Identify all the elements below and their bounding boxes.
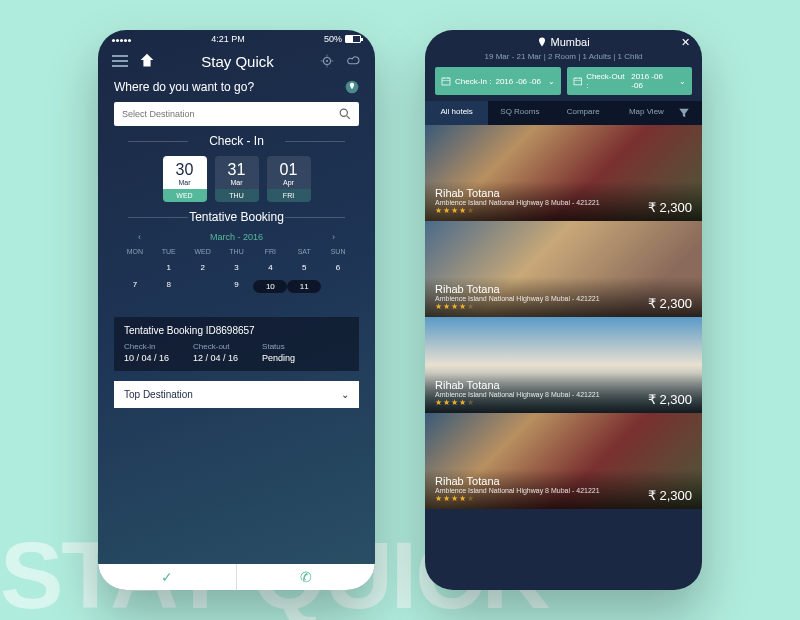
locate-icon[interactable]	[319, 53, 335, 69]
calendar-day[interactable]: 5	[287, 263, 321, 272]
date-card[interactable]: 30MarWED	[163, 156, 207, 202]
calendar-day[interactable]: 1	[152, 263, 186, 272]
hotel-rating: ★★★★★	[435, 494, 600, 503]
date-card[interactable]: 01AprFRI	[267, 156, 311, 202]
calendar-dow: THU	[220, 248, 254, 255]
pin-icon[interactable]	[345, 80, 359, 94]
hotel-name: Rihab Totana	[435, 283, 600, 295]
hotel-price: ₹ 2,300	[648, 488, 692, 503]
svg-rect-4	[442, 78, 450, 85]
footer: ✓ ✆	[98, 564, 375, 590]
results-tabs: All hotels SQ Rooms Compare Map View	[425, 101, 702, 125]
hotel-list: Rihab TotanaAmbience Island National Hig…	[425, 125, 702, 509]
calendar-dow: FRI	[253, 248, 287, 255]
calendar-day[interactable]: 11	[287, 280, 321, 293]
hotel-card[interactable]: Rihab TotanaAmbience Island National Hig…	[425, 317, 702, 413]
hotel-card[interactable]: Rihab TotanaAmbience Island National Hig…	[425, 413, 702, 509]
calendar-day[interactable]: 7	[118, 280, 152, 293]
checkout-dropdown[interactable]: Check-Out :2016 -06 -06 ⌄	[567, 67, 693, 95]
checkin-header: Check - In	[98, 134, 375, 148]
phone-results: Mumbai ✕ 19 Mar - 21 Mar | 2 Room | 1 Ad…	[425, 30, 702, 590]
search-input[interactable]	[114, 102, 359, 126]
calendar-day[interactable]: 4	[253, 263, 287, 272]
booking-title: Tentative Booking ID8698657	[124, 325, 349, 336]
status-bar: 4:21 PM 50%	[98, 30, 375, 46]
top-bar: Stay Quick	[98, 46, 375, 80]
hotel-price: ₹ 2,300	[648, 200, 692, 215]
filter-icon[interactable]	[678, 101, 702, 125]
hotel-address: Ambience Island National Highway 8 Mubai…	[435, 391, 600, 398]
tab-compare[interactable]: Compare	[552, 101, 615, 125]
prev-month-icon[interactable]: ‹	[138, 232, 141, 242]
calendar-day[interactable]: 2	[186, 263, 220, 272]
results-header: Mumbai ✕	[425, 30, 702, 52]
battery-indicator: 50%	[324, 34, 361, 44]
calendar-dow: SUN	[321, 248, 355, 255]
hotel-address: Ambience Island National Highway 8 Mubai…	[435, 487, 600, 494]
prompt: Where do you want to go?	[98, 80, 375, 94]
calendar-month: ‹ March - 2016 ›	[118, 232, 355, 242]
hotel-address: Ambience Island National Highway 8 Mubai…	[435, 295, 600, 302]
calendar-day	[186, 280, 220, 293]
tab-sq-rooms[interactable]: SQ Rooms	[488, 101, 551, 125]
chevron-down-icon: ⌄	[341, 389, 349, 400]
hotel-card[interactable]: Rihab TotanaAmbience Island National Hig…	[425, 221, 702, 317]
calendar-day	[118, 263, 152, 272]
hotel-name: Rihab Totana	[435, 187, 600, 199]
calendar-dow: SAT	[287, 248, 321, 255]
results-summary: 19 Mar - 21 Mar | 2 Room | 1 Adults | 1 …	[425, 52, 702, 61]
booking-col: StatusPending	[262, 342, 295, 363]
city-name: Mumbai	[550, 36, 589, 48]
svg-point-3	[340, 109, 347, 116]
booking-col: Check-in10 / 04 / 16	[124, 342, 169, 363]
svg-rect-5	[573, 78, 581, 85]
status-time: 4:21 PM	[211, 34, 245, 44]
hotel-price: ₹ 2,300	[648, 296, 692, 311]
calendar-day	[321, 280, 355, 293]
svg-point-1	[326, 60, 328, 62]
prompt-text: Where do you want to go?	[114, 80, 345, 94]
hotel-name: Rihab Totana	[435, 475, 600, 487]
calendar-day[interactable]: 8	[152, 280, 186, 293]
location-pin-icon	[537, 37, 547, 47]
calendar-day[interactable]: 10	[253, 280, 287, 293]
date-selector: 30MarWED 31MarTHU 01AprFRI	[98, 156, 375, 202]
weather-icon[interactable]	[345, 53, 361, 69]
calendar-day[interactable]: 9	[220, 280, 254, 293]
close-icon[interactable]: ✕	[681, 36, 690, 49]
tab-all-hotels[interactable]: All hotels	[425, 101, 488, 125]
chevron-down-icon: ⌄	[548, 77, 555, 86]
calendar-icon	[441, 76, 451, 86]
date-card[interactable]: 31MarTHU	[215, 156, 259, 202]
tentative-header: Tentative Booking	[98, 210, 375, 224]
hotel-rating: ★★★★★	[435, 398, 600, 407]
phone-search: 4:21 PM 50% Stay Quick Where do you want…	[98, 30, 375, 590]
chevron-down-icon: ⌄	[679, 77, 686, 86]
hotel-rating: ★★★★★	[435, 206, 600, 215]
search-icon[interactable]	[339, 108, 351, 120]
app-title: Stay Quick	[166, 53, 309, 70]
booking-summary: Tentative Booking ID8698657 Check-in10 /…	[114, 317, 359, 371]
calendar-dow: WED	[186, 248, 220, 255]
hotel-address: Ambience Island National Highway 8 Mubai…	[435, 199, 600, 206]
tab-map-view[interactable]: Map View	[615, 101, 678, 125]
hotel-name: Rihab Totana	[435, 379, 600, 391]
checkin-dropdown[interactable]: Check-In :2016 -06 -06 ⌄	[435, 67, 561, 95]
confirm-icon[interactable]: ✓	[98, 564, 236, 590]
calendar: ‹ March - 2016 › MONTUEWEDTHUFRISATSUN12…	[98, 232, 375, 309]
search-field[interactable]	[122, 109, 339, 119]
date-filters: Check-In :2016 -06 -06 ⌄ Check-Out :2016…	[425, 67, 702, 95]
top-destination-button[interactable]: Top Destination ⌄	[114, 381, 359, 408]
calendar-dow: TUE	[152, 248, 186, 255]
menu-icon[interactable]	[112, 55, 128, 67]
hotel-card[interactable]: Rihab TotanaAmbience Island National Hig…	[425, 125, 702, 221]
hotel-price: ₹ 2,300	[648, 392, 692, 407]
booking-col: Check-out12 / 04 / 16	[193, 342, 238, 363]
hotel-rating: ★★★★★	[435, 302, 600, 311]
calendar-day[interactable]: 6	[321, 263, 355, 272]
calendar-dow: MON	[118, 248, 152, 255]
calendar-day[interactable]: 3	[220, 263, 254, 272]
calendar-icon	[573, 76, 583, 86]
call-icon[interactable]: ✆	[236, 564, 375, 590]
next-month-icon[interactable]: ›	[332, 232, 335, 242]
